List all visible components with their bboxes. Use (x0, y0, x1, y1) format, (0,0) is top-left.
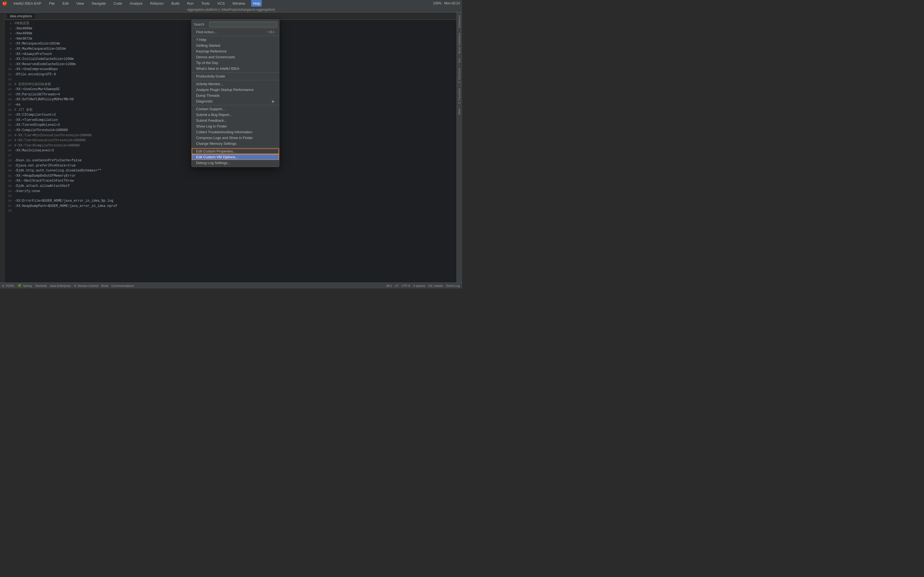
line-number: 35 (5, 194, 14, 198)
apple-logo-icon[interactable]: 🍎 (2, 1, 7, 6)
menu-help[interactable]: Help (251, 0, 262, 6)
menu-vcs[interactable]: VCS (216, 0, 226, 6)
menu-file[interactable]: File (47, 0, 57, 6)
menu-search-row: Search (192, 21, 279, 29)
menu-intellij[interactable]: IntelliJ IDEA-EAP (12, 0, 43, 6)
menu-window[interactable]: Window (231, 0, 247, 6)
status-bar: 8: TODO 🌿 Spring Terminal Java Enterpris… (0, 282, 462, 288)
status-right: 38:1 LF UTF-8 4 spaces Git: master Event… (386, 284, 460, 287)
menu-find-action[interactable]: Find Action... ⇧⌘A (192, 29, 279, 35)
menu-item-submit_bug[interactable]: Submit a Bug Report... (192, 112, 279, 118)
status-vc-label: 9: Version Control (74, 284, 98, 287)
menu-item-label: Diagnostic (196, 99, 213, 103)
panel-database[interactable]: Database (457, 13, 462, 30)
menu-item-debug_log_settings[interactable]: Debug Log Settings... (192, 160, 279, 166)
menu-code[interactable]: Code (112, 0, 124, 6)
line-number: 5 (5, 42, 14, 46)
status-comm-label: Communications (111, 284, 134, 287)
menu-run[interactable]: Run (185, 0, 195, 6)
line-number: 31 (5, 174, 14, 178)
menu-analyze[interactable]: Analyze (128, 0, 144, 6)
line-number: 9 (5, 62, 14, 67)
find-action-shortcut: ⇧⌘A (267, 30, 275, 34)
line-number: 6 (5, 47, 14, 52)
menu-edit[interactable]: Edit (61, 0, 70, 6)
code-line: 31-XX:+HeapDumpOnOutOfMemoryError (5, 173, 457, 179)
menu-item-analyze_plugin[interactable]: Analyze Plugin Startup Performance (192, 87, 279, 93)
menu-item-tip_of_day[interactable]: Tip of the Day (192, 60, 279, 66)
line-number: 11 (5, 72, 14, 77)
status-todo-label: 8: TODO (2, 284, 14, 287)
menu-item-label: Keymap Reference (196, 49, 226, 53)
code-line: 35 (5, 194, 457, 198)
line-content: -Xms4096m (14, 26, 32, 31)
line-number: 24 (5, 138, 14, 143)
line-content: -Djdk.attach.allowAttachSelf (14, 184, 70, 189)
menu-item-show_log[interactable]: Show Log in Finder (192, 123, 279, 129)
menu-item-activity_monitor[interactable]: Activity Monitor... (192, 81, 279, 87)
menu-item-collect_troubleshooting[interactable]: Collect Troubleshooting Information (192, 129, 279, 135)
menu-separator (192, 105, 279, 105)
line-number: 34 (5, 189, 14, 194)
panel-structure[interactable]: Z: Structure (457, 65, 462, 85)
menu-view[interactable]: View (75, 0, 86, 6)
line-content: -Dsun.io.useCanonPrefixCache=false (14, 158, 82, 163)
panel-favorites[interactable]: Z: Favorites (457, 85, 462, 106)
line-content: -XX:InitialCodeCacheSize=1200m (14, 56, 74, 62)
menu-item-help[interactable]: ? Help (192, 37, 279, 43)
menu-item-submit_feedback[interactable]: Submit Feedback... (192, 118, 279, 123)
menu-item-edit_custom_properties[interactable]: Edit Custom Properties... (192, 148, 279, 154)
panel-bean-validation[interactable]: Bean Validation (457, 30, 462, 56)
status-java-enterprise[interactable]: Java Enterprise (50, 284, 71, 287)
line-content: -XX:ErrorFile=$USER_HOME/java_error_in_i… (14, 198, 113, 204)
status-terminal[interactable]: Terminal (35, 284, 47, 287)
menu-item-label: Submit a Bug Report... (196, 113, 233, 117)
line-content: # JIT 参数 (14, 108, 33, 113)
line-number: 22 (5, 128, 14, 133)
status-communications[interactable]: Communications (111, 284, 134, 287)
line-content: -XX:+UseConcMarkSweepGC (14, 87, 60, 92)
line-content: -XX:MetaspaceSize=1024m (14, 41, 60, 47)
line-number: 12 (5, 77, 14, 82)
menu-navigate[interactable]: Navigate (90, 0, 107, 6)
event-log[interactable]: Event Log (446, 284, 460, 287)
menu-item-change_memory[interactable]: Change Memory Settings (192, 141, 279, 147)
line-number: 16 (5, 97, 14, 102)
line-number: 15 (5, 92, 14, 97)
search-input[interactable] (209, 22, 277, 27)
menu-item-diagnostic[interactable]: Diagnostic▶ (192, 98, 279, 104)
menu-item-keymap_reference[interactable]: Keymap Reference (192, 48, 279, 54)
line-number: 23 (5, 133, 14, 138)
menu-item-label: Contact Support... (196, 107, 225, 111)
menu-item-contact_support[interactable]: Contact Support... (192, 106, 279, 112)
line-content: -XX:+HeapDumpOnOutOfMemoryError (14, 173, 76, 179)
menu-tools[interactable]: Tools (200, 0, 211, 6)
menu-item-edit_custom_vm[interactable]: Edit Custom VM Options... (192, 154, 279, 160)
line-content: -XX:ReservedCodeCacheSize=1200m (14, 62, 76, 67)
line-number: 28 (5, 158, 14, 163)
code-line: 32-XX:-OmitStackTraceInFastThrow (5, 178, 457, 184)
menu-item-label: Collect Troubleshooting Information (196, 130, 252, 134)
menu-item-productivity_guide[interactable]: Productivity Guide (192, 73, 279, 79)
menu-build[interactable]: Build (170, 0, 181, 6)
editor-area: idea.vmoptions 1#堆栈设置2-Xms4096m3-Xmx4096… (5, 13, 457, 282)
status-build[interactable]: Build (102, 284, 108, 287)
status-todo[interactable]: 8: TODO (2, 284, 14, 287)
panel-ant[interactable]: Ant (457, 56, 462, 65)
status-spring[interactable]: 🌿 Spring (18, 284, 32, 287)
menu-item-demos_screencasts[interactable]: Demos and Screencasts (192, 54, 279, 60)
menu-item-dump_threads[interactable]: Dump Threads (192, 93, 279, 98)
menu-item-whats_new[interactable]: What's New in IntelliJ IDEA (192, 66, 279, 71)
menu-item-compress_logs[interactable]: Compress Logs and Show in Finder (192, 135, 279, 141)
line-content: # 采用何种垃圾回收参数 (14, 82, 51, 87)
line-content: -XX:MaxMetaspaceSize=1024m (14, 47, 66, 52)
panel-web[interactable]: Web (457, 106, 462, 117)
status-version-control[interactable]: 9: Version Control (74, 284, 98, 287)
menu-refactor[interactable]: Refactor (149, 0, 165, 6)
title-bar: aggregation-platform [~/IdeaProjects/kan… (0, 6, 462, 13)
menu-item-label: Demos and Screencasts (196, 55, 235, 59)
line-content: -XX:SoftRefLRUPolicyMSPerMB=50 (14, 97, 74, 102)
menu-item-getting_started[interactable]: Getting Started (192, 43, 279, 48)
editor-tab[interactable]: idea.vmoptions (5, 13, 457, 20)
tab-vmoptions[interactable]: idea.vmoptions (7, 14, 35, 19)
